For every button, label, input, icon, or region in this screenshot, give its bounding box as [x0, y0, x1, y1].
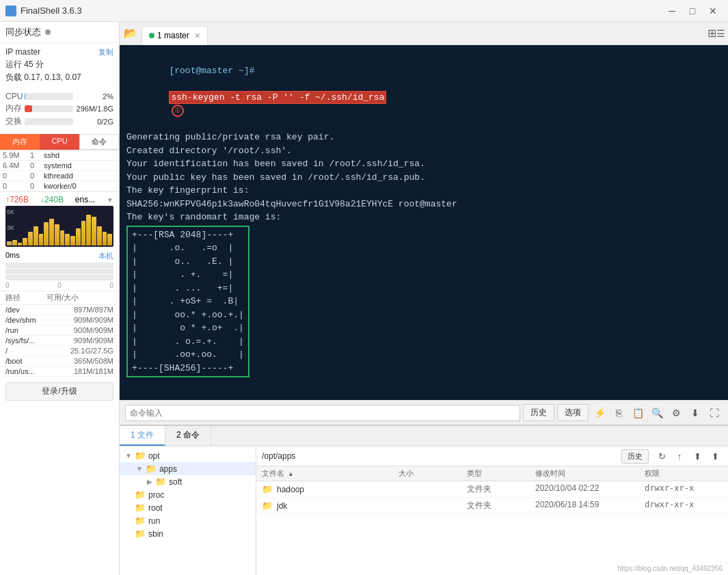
- graph-bar: [70, 236, 75, 245]
- col-date[interactable]: 修改时间: [535, 468, 645, 479]
- disk-size-header: 可用/大小: [46, 293, 113, 303]
- clipboard-icon[interactable]: 📋: [630, 405, 646, 421]
- latency-label: 0ms: [5, 251, 20, 261]
- search-icon[interactable]: 🔍: [649, 405, 665, 421]
- tab-cmd[interactable]: 命令: [79, 134, 119, 150]
- command-bar: 历史 选项 ⚡ ⎘ 📋 🔍 ⚙ ⬇ ⛶: [120, 400, 728, 425]
- tab-cpu[interactable]: CPU: [40, 134, 79, 150]
- net-down: ↓240B: [40, 195, 64, 204]
- net-up: ↑726B: [5, 195, 29, 204]
- folder-icon: 📁: [262, 484, 273, 494]
- folder-icon: 📁: [135, 490, 146, 500]
- graph-label-5k: 5K: [7, 209, 14, 215]
- rsa-art-line: | o * +.o+ .|: [132, 321, 244, 335]
- net-interface: ens...: [75, 195, 95, 204]
- folder-icon[interactable]: 📂: [122, 25, 139, 42]
- copy-icon[interactable]: ⎘: [610, 405, 627, 421]
- col-size[interactable]: 大小: [399, 468, 467, 479]
- graph-bar: [65, 234, 70, 245]
- resource-section: CPU 2% 内存 296M/1.8G 交换 0/2G: [0, 88, 119, 131]
- terminal-output: Created directory '/root/.ssh'.: [126, 144, 721, 158]
- graph-bar: [107, 234, 112, 245]
- rsa-art-line: +---[RSA 2048]----+: [132, 228, 244, 242]
- tree-item-run[interactable]: 📁 run: [120, 514, 256, 527]
- up-dir-icon[interactable]: ↑: [672, 449, 687, 464]
- file-row-hadoop[interactable]: 📁 hadoop 文件夹 2020/10/04 02:22 drwxr-xr-x: [256, 481, 728, 498]
- col-perm[interactable]: 权限: [645, 468, 723, 479]
- content-area: 📂 1 master × ⊞ ☰ [root@master ~]# ssh-ke…: [120, 22, 728, 575]
- file-row-jdk[interactable]: 📁 jdk 文件夹 2020/06/18 14:59 drwxr-xr-x: [256, 498, 728, 514]
- tab-files[interactable]: 1 文件: [120, 426, 165, 446]
- col-filename[interactable]: 文件名 ▲: [262, 468, 399, 479]
- process-row: 0 0 kthreadd: [0, 171, 119, 181]
- options-button[interactable]: 选项: [557, 404, 589, 421]
- file-perm: drwxr-xr-x: [645, 500, 723, 511]
- terminal-output: Your public key has been saved in /root/…: [126, 171, 721, 185]
- file-name-label: hadoop: [277, 485, 304, 494]
- titlebar: FinalShell 3.6.3 ─ □ ✕: [0, 0, 728, 22]
- gear-icon[interactable]: ⚙: [668, 405, 684, 421]
- file-date: 2020/10/04 02:22: [535, 483, 645, 495]
- sync-header: 同步状态: [0, 22, 119, 43]
- rsa-art-line: | . ... +=|: [132, 282, 244, 295]
- terminal-output: The key fingerprint is:: [126, 184, 721, 198]
- swap-bar-container: [25, 118, 73, 125]
- file-perm: drwxr-xr-x: [645, 483, 723, 495]
- tab-mem[interactable]: 内存: [0, 134, 40, 150]
- login-button[interactable]: 登录/升级: [5, 382, 113, 401]
- tree-item-sbin[interactable]: 📁 sbin: [120, 527, 256, 540]
- tree-item-apps[interactable]: ▼ 📁 apps: [120, 462, 256, 475]
- minimize-button[interactable]: ─: [662, 3, 682, 18]
- rsa-art-line: | .o. .=o |: [132, 241, 244, 255]
- bottom-tab-bar: 1 文件 2 命令: [120, 426, 728, 446]
- refresh-icon[interactable]: ↻: [654, 449, 669, 464]
- mem-label: 内存: [5, 103, 22, 114]
- col-type[interactable]: 类型: [467, 468, 535, 479]
- cpu-bar: [25, 93, 25, 100]
- terminal-prompt: [root@master ~]#: [169, 66, 254, 76]
- graph-bar: [33, 226, 38, 245]
- disk-row: / 25.1G/27.5G: [0, 346, 119, 356]
- fullscreen-icon[interactable]: ⛶: [706, 405, 723, 421]
- tree-item-root[interactable]: 📁 root: [120, 501, 256, 514]
- tab-close-button[interactable]: ×: [195, 30, 200, 41]
- menu-icon[interactable]: ☰: [716, 28, 725, 39]
- terminal-output: Your identification has been saved in /r…: [126, 157, 721, 171]
- rsa-art-line: | . o.=.+. |: [132, 335, 244, 349]
- tree-item-soft[interactable]: ▶ 📁 soft: [120, 475, 256, 488]
- graph-bar: [18, 243, 23, 245]
- status-dot: [45, 29, 51, 35]
- watermark: https://blog.csdn.net/qq_43492356: [618, 565, 723, 572]
- process-table: 5.9M 1 sshd 6.4M 0 systemd 0 0 kthreadd …: [0, 150, 119, 191]
- tree-item-opt[interactable]: ▼ 📁 opt: [120, 449, 256, 462]
- graph-bar: [28, 232, 33, 245]
- close-button[interactable]: ✕: [703, 3, 723, 18]
- runtime-label: 运行 45 分: [5, 59, 44, 70]
- session-tab[interactable]: 1 master ×: [141, 26, 208, 45]
- terminal[interactable]: [root@master ~]# ssh-keygen -t rsa -P ''…: [120, 45, 728, 400]
- file-history-button[interactable]: 历史: [621, 449, 649, 464]
- maximize-button[interactable]: □: [683, 3, 702, 18]
- upload-icon[interactable]: ⬆: [690, 449, 705, 464]
- grid-view-icon[interactable]: ⊞: [707, 27, 716, 40]
- file-list-area: /opt/apps 历史 ↻ ↑ ⬆ ⬆ 文件名 ▲ 大小 类型 修改时: [256, 446, 728, 575]
- disk-row: /boot 365M/508M: [0, 356, 119, 366]
- download-icon[interactable]: ⬇: [687, 405, 703, 421]
- net-expand[interactable]: ▼: [107, 196, 113, 204]
- file-table-header: 文件名 ▲ 大小 类型 修改时间 权限: [256, 466, 728, 481]
- local-button[interactable]: 本机: [98, 251, 113, 261]
- graph-bar: [49, 219, 54, 245]
- command-input[interactable]: [125, 405, 520, 421]
- history-button[interactable]: 历史: [523, 404, 554, 421]
- tab-commands[interactable]: 2 命令: [165, 426, 211, 446]
- mem-bar-container: [25, 105, 73, 112]
- latency-bar: [5, 275, 113, 280]
- tree-item-proc[interactable]: 📁 proc: [120, 488, 256, 501]
- copy-button[interactable]: 复制: [98, 47, 113, 57]
- lightning-icon[interactable]: ⚡: [591, 405, 608, 421]
- mem-bar: [25, 105, 32, 112]
- mem-value: 296M/1.8G: [76, 105, 113, 113]
- disk-row: /run 900M/909M: [0, 325, 119, 336]
- chevron-right-icon: ▶: [147, 478, 152, 485]
- new-folder-icon[interactable]: ⬆: [707, 449, 723, 464]
